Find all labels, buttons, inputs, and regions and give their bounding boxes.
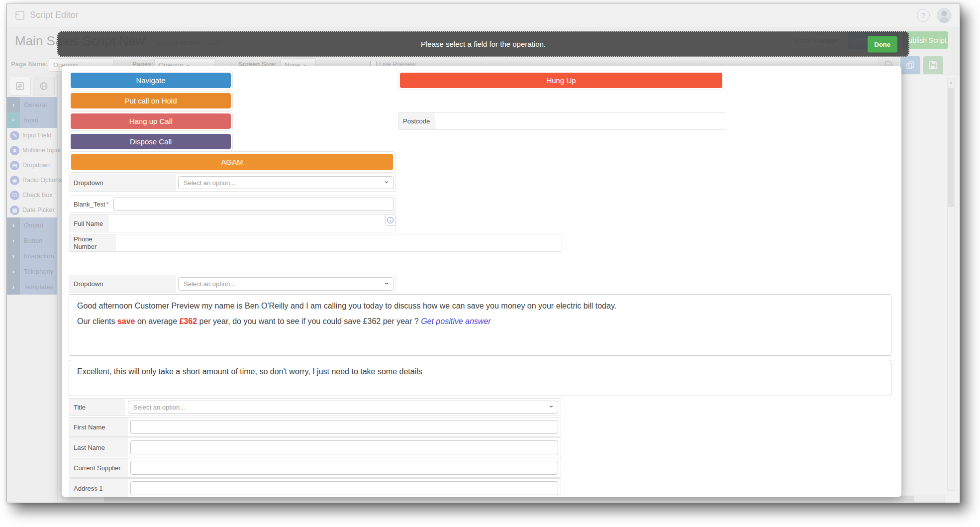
dispose-call-button[interactable]: Dispose Call: [71, 134, 231, 149]
full-name-input[interactable]: [109, 215, 394, 231]
script-paragraph: Good afternoon Customer Preview my name …: [77, 301, 883, 311]
required-asterisk: *: [106, 201, 109, 208]
dropdown-select-1[interactable]: Select an option... ›: [178, 176, 393, 189]
amount-highlight: £362: [179, 317, 197, 325]
dropdown-select-2[interactable]: Select an option... ›: [178, 277, 393, 291]
navigate-button-card: Navigate: [69, 71, 233, 90]
first-name-input[interactable]: [130, 420, 558, 434]
modal-message: Please select a field for the operation.: [58, 32, 908, 56]
hung-up-button[interactable]: Hung Up: [400, 73, 722, 88]
done-button[interactable]: Done: [868, 36, 898, 52]
navigate-button[interactable]: Navigate: [71, 73, 231, 88]
save-highlight: save: [117, 317, 135, 325]
phone-number-row: Phone Number: [69, 234, 562, 252]
dispose-button-card: Dispose Call: [69, 132, 233, 151]
agam-button[interactable]: AGAM: [71, 154, 393, 170]
last-name-row: Last Name: [69, 437, 561, 457]
script-paragraph: Excellent, this will only take a short a…: [77, 367, 883, 377]
dropdown-row-1: Dropdown Select an option... ›: [69, 174, 395, 192]
agam-button-card: AGAM: [69, 151, 395, 173]
full-name-label: Full Name: [69, 215, 109, 232]
title-select[interactable]: Select an option... ›: [128, 401, 558, 414]
chevron-down-icon: ›: [384, 282, 392, 285]
hold-button-card: Put call on Hold: [69, 91, 233, 110]
hung-up-button-card: Hung Up: [398, 71, 724, 90]
current-supplier-input[interactable]: [130, 461, 558, 475]
chevron-down-icon: ›: [548, 405, 556, 408]
last-name-label: Last Name: [69, 438, 128, 457]
postcode-input[interactable]: [436, 113, 725, 129]
blank-test-label: Blank_Test*: [69, 196, 113, 212]
script-text-block-2: Excellent, this will only take a short a…: [69, 360, 891, 396]
script-paragraph: Our clients save on average £362 per yea…: [77, 316, 883, 326]
full-name-row: Full Name i: [69, 214, 395, 232]
title-row: Title Select an option... ›: [69, 398, 561, 416]
dropdown-label: Dropdown: [69, 174, 176, 191]
script-text-block-1: Good afternoon Customer Preview my name …: [69, 294, 891, 356]
blank-test-row: Blank_Test*: [69, 196, 395, 213]
hang-up-call-button[interactable]: Hang up Call: [71, 113, 231, 129]
hangup-button-card: Hang up Call: [69, 111, 233, 131]
dropdown-label: Dropdown: [69, 275, 176, 293]
modal-body: Navigate Put call on Hold Hang up Call D…: [62, 66, 901, 497]
modal-header: Please select a field for the operation.…: [57, 31, 909, 57]
last-name-input[interactable]: [130, 440, 558, 454]
first-name-row: First Name: [69, 417, 561, 437]
postcode-label: Postcode: [398, 113, 435, 129]
current-supplier-label: Current Supplier: [69, 458, 128, 477]
dropdown-row-2: Dropdown Select an option... ›: [69, 275, 395, 293]
put-call-on-hold-button[interactable]: Put call on Hold: [71, 93, 231, 108]
chevron-down-icon: ›: [384, 181, 392, 183]
title-label: Title: [69, 399, 125, 416]
current-supplier-row: Current Supplier: [69, 458, 561, 478]
first-name-label: First Name: [69, 418, 128, 436]
address-1-input[interactable]: [130, 481, 558, 495]
get-positive-answer-link[interactable]: Get positive answer: [421, 317, 491, 325]
address-1-row: Address 1: [69, 478, 561, 497]
blank-test-input[interactable]: [113, 198, 393, 211]
info-icon[interactable]: i: [385, 214, 395, 226]
phone-number-input[interactable]: [116, 235, 561, 251]
script-editor-window: Script Editor ? Main Sales Script New Ed…: [6, 3, 960, 503]
phone-number-label: Phone Number: [69, 234, 116, 251]
address-1-label: Address 1: [69, 479, 128, 497]
postcode-row: Postcode: [398, 112, 726, 130]
